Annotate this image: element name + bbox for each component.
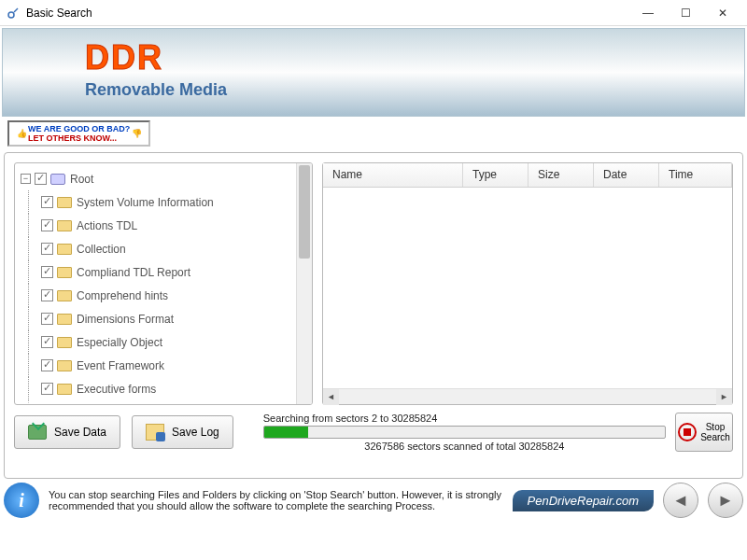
tree-item-label: Actions TDL — [77, 219, 137, 232]
tree-item[interactable]: First Recorded — [15, 400, 296, 404]
feedback-line1: WE ARE GOOD OR BAD? — [28, 124, 130, 133]
col-name[interactable]: Name — [323, 163, 463, 187]
tree-item-label: Dimensions Format — [77, 313, 174, 326]
save-data-button[interactable]: Save Data — [14, 415, 120, 449]
progress-bar — [263, 426, 666, 439]
folder-icon — [57, 314, 72, 325]
col-size[interactable]: Size — [529, 163, 594, 187]
collapse-icon[interactable]: − — [21, 174, 31, 184]
list-header: Name Type Size Date Time — [323, 163, 732, 188]
checkbox[interactable] — [41, 219, 53, 231]
checkbox[interactable] — [41, 266, 53, 278]
thumb-down-icon: 👎 — [130, 129, 143, 138]
scroll-left-icon[interactable]: ◄ — [323, 389, 339, 405]
list-body — [323, 188, 732, 388]
folder-icon — [57, 197, 72, 208]
save-log-button[interactable]: Save Log — [132, 415, 233, 449]
svg-line-1 — [14, 8, 18, 12]
tree-item[interactable]: System Volume Information — [15, 190, 296, 214]
folder-icon — [57, 337, 72, 348]
checkbox[interactable] — [41, 289, 53, 301]
checkbox[interactable] — [41, 243, 53, 255]
minimize-button[interactable]: — — [629, 0, 667, 26]
checkbox[interactable] — [41, 336, 53, 348]
save-log-label: Save Log — [172, 426, 219, 439]
thumb-up-icon: 👍 — [15, 129, 28, 138]
folder-icon — [57, 220, 72, 231]
checkbox[interactable] — [41, 313, 53, 325]
feedback-line2: LET OTHERS KNOW... — [28, 133, 117, 143]
list-hscrollbar[interactable]: ◄ ► — [323, 388, 732, 404]
save-data-label: Save Data — [54, 426, 106, 439]
tree-item[interactable]: Event Framework — [15, 354, 296, 377]
nav-forward-button[interactable]: ► — [708, 483, 743, 518]
footer-brand: PenDriveRepair.com — [513, 490, 654, 511]
tree-scrollbar[interactable] — [296, 163, 312, 404]
tree-item-label: Event Framework — [77, 359, 164, 372]
col-date[interactable]: Date — [594, 163, 659, 187]
save-data-icon — [28, 425, 47, 440]
tree-root-label: Root — [70, 173, 93, 186]
feedback-button[interactable]: 👍 WE ARE GOOD OR BAD? LET OTHERS KNOW...… — [7, 120, 150, 147]
scrollbar-thumb[interactable] — [299, 165, 310, 259]
checkbox[interactable] — [41, 359, 53, 371]
tree-item[interactable]: Collection — [15, 237, 296, 260]
checkbox[interactable] — [41, 196, 53, 208]
main-panel: − Root System Volume Information Actions… — [4, 152, 743, 479]
banner-brand: DDR — [85, 38, 163, 77]
folder-icon — [57, 244, 72, 255]
drive-icon — [50, 174, 65, 185]
checkbox[interactable] — [35, 173, 47, 185]
tree-item-label: Executive forms — [77, 383, 156, 396]
tree-item[interactable]: Dimensions Format — [15, 307, 296, 330]
nav-back-button[interactable]: ◄ — [663, 483, 698, 518]
folder-icon — [57, 384, 72, 395]
col-time[interactable]: Time — [659, 163, 732, 187]
tree-item[interactable]: Especially Object — [15, 330, 296, 354]
banner-subtitle: Removable Media — [85, 80, 227, 100]
feedback-strip: 👍 WE ARE GOOD OR BAD? LET OTHERS KNOW...… — [4, 119, 743, 148]
tree-item-label: System Volume Information — [77, 196, 214, 209]
folder-tree: − Root System Volume Information Actions… — [14, 162, 313, 405]
tree-item-label: Comprehend hints — [77, 289, 168, 302]
info-icon: i — [4, 483, 39, 518]
file-list: Name Type Size Date Time ◄ ► — [322, 162, 733, 405]
stop-label: Stop Search — [700, 422, 730, 442]
progress-sub: 3267586 sectors scanned of total 3028582… — [263, 441, 666, 452]
tree-item[interactable]: Comprehend hints — [15, 284, 296, 307]
close-button[interactable]: ✕ — [704, 0, 741, 26]
folder-icon — [57, 360, 72, 371]
tree-item[interactable]: Executive forms — [15, 377, 296, 400]
tree-item[interactable]: Actions TDL — [15, 214, 296, 237]
save-log-icon — [146, 424, 164, 441]
folder-icon — [57, 290, 72, 301]
tree-item-label: Especially Object — [77, 336, 162, 349]
footer: i You can stop searching Files and Folde… — [4, 483, 743, 518]
window-title: Basic Search — [26, 7, 629, 20]
checkbox[interactable] — [41, 383, 53, 395]
tree-item[interactable]: Compliand TDL Report — [15, 260, 296, 284]
svg-point-0 — [8, 12, 14, 18]
tree-item-label: Collection — [77, 243, 126, 256]
col-type[interactable]: Type — [463, 163, 529, 187]
progress-fill — [264, 427, 308, 438]
footer-text: You can stop searching Files and Folders… — [49, 489, 503, 511]
banner: DDR Removable Media — [2, 28, 745, 117]
titlebar: Basic Search — ☐ ✕ — [0, 0, 747, 26]
scroll-right-icon[interactable]: ► — [716, 389, 732, 405]
tree-root[interactable]: − Root — [15, 167, 296, 190]
folder-icon — [57, 267, 72, 278]
app-icon — [6, 6, 21, 21]
tree-item-label: Compliand TDL Report — [77, 266, 190, 279]
maximize-button[interactable]: ☐ — [667, 0, 704, 26]
stop-search-button[interactable]: Stop Search — [675, 413, 733, 452]
stop-icon — [678, 423, 697, 441]
progress-label: Searching from sectors 2 to 30285824 — [263, 413, 666, 424]
